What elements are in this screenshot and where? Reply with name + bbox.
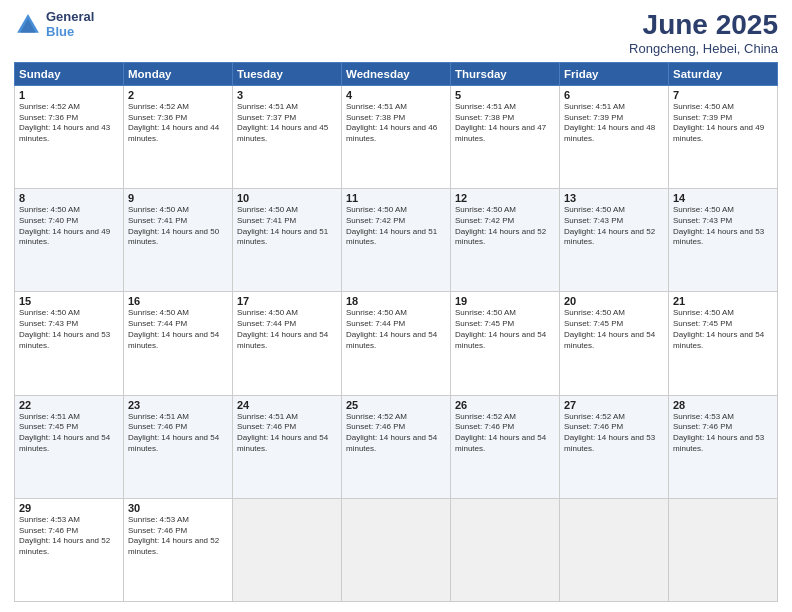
day-number: 27: [564, 399, 664, 411]
calendar-row: 29Sunrise: 4:53 AMSunset: 7:46 PMDayligh…: [15, 498, 778, 601]
day-info: Sunrise: 4:50 AMSunset: 7:39 PMDaylight:…: [673, 102, 773, 145]
day-info: Sunrise: 4:50 AMSunset: 7:40 PMDaylight:…: [19, 205, 119, 248]
day-info: Sunrise: 4:53 AMSunset: 7:46 PMDaylight:…: [128, 515, 228, 558]
col-monday: Monday: [124, 62, 233, 85]
calendar-row: 1Sunrise: 4:52 AMSunset: 7:36 PMDaylight…: [15, 85, 778, 188]
calendar-cell: 20Sunrise: 4:50 AMSunset: 7:45 PMDayligh…: [560, 292, 669, 395]
logo-text: General Blue: [46, 10, 94, 40]
day-info: Sunrise: 4:50 AMSunset: 7:41 PMDaylight:…: [128, 205, 228, 248]
day-number: 9: [128, 192, 228, 204]
calendar-cell: 29Sunrise: 4:53 AMSunset: 7:46 PMDayligh…: [15, 498, 124, 601]
calendar-cell: [233, 498, 342, 601]
day-number: 29: [19, 502, 119, 514]
col-thursday: Thursday: [451, 62, 560, 85]
day-number: 15: [19, 295, 119, 307]
day-number: 22: [19, 399, 119, 411]
calendar-cell: 1Sunrise: 4:52 AMSunset: 7:36 PMDaylight…: [15, 85, 124, 188]
calendar-cell: 24Sunrise: 4:51 AMSunset: 7:46 PMDayligh…: [233, 395, 342, 498]
col-friday: Friday: [560, 62, 669, 85]
calendar-cell: 25Sunrise: 4:52 AMSunset: 7:46 PMDayligh…: [342, 395, 451, 498]
day-info: Sunrise: 4:53 AMSunset: 7:46 PMDaylight:…: [19, 515, 119, 558]
day-number: 2: [128, 89, 228, 101]
day-number: 11: [346, 192, 446, 204]
calendar-table: Sunday Monday Tuesday Wednesday Thursday…: [14, 62, 778, 602]
day-number: 16: [128, 295, 228, 307]
day-info: Sunrise: 4:50 AMSunset: 7:41 PMDaylight:…: [237, 205, 337, 248]
day-number: 20: [564, 295, 664, 307]
day-info: Sunrise: 4:50 AMSunset: 7:45 PMDaylight:…: [455, 308, 555, 351]
day-info: Sunrise: 4:51 AMSunset: 7:46 PMDaylight:…: [128, 412, 228, 455]
day-number: 8: [19, 192, 119, 204]
day-number: 7: [673, 89, 773, 101]
day-number: 23: [128, 399, 228, 411]
calendar-cell: 15Sunrise: 4:50 AMSunset: 7:43 PMDayligh…: [15, 292, 124, 395]
header: General Blue June 2025 Rongcheng, Hebei,…: [14, 10, 778, 56]
day-info: Sunrise: 4:50 AMSunset: 7:44 PMDaylight:…: [128, 308, 228, 351]
day-info: Sunrise: 4:50 AMSunset: 7:45 PMDaylight:…: [564, 308, 664, 351]
day-info: Sunrise: 4:50 AMSunset: 7:44 PMDaylight:…: [237, 308, 337, 351]
calendar-cell: 27Sunrise: 4:52 AMSunset: 7:46 PMDayligh…: [560, 395, 669, 498]
day-number: 14: [673, 192, 773, 204]
calendar-cell: 21Sunrise: 4:50 AMSunset: 7:45 PMDayligh…: [669, 292, 778, 395]
calendar-cell: 12Sunrise: 4:50 AMSunset: 7:42 PMDayligh…: [451, 189, 560, 292]
day-number: 24: [237, 399, 337, 411]
logo-icon: [14, 11, 42, 39]
day-number: 6: [564, 89, 664, 101]
calendar-cell: 13Sunrise: 4:50 AMSunset: 7:43 PMDayligh…: [560, 189, 669, 292]
calendar-cell: 18Sunrise: 4:50 AMSunset: 7:44 PMDayligh…: [342, 292, 451, 395]
day-number: 5: [455, 89, 555, 101]
day-info: Sunrise: 4:52 AMSunset: 7:46 PMDaylight:…: [564, 412, 664, 455]
day-info: Sunrise: 4:50 AMSunset: 7:43 PMDaylight:…: [19, 308, 119, 351]
day-info: Sunrise: 4:50 AMSunset: 7:42 PMDaylight:…: [346, 205, 446, 248]
calendar-cell: [342, 498, 451, 601]
day-number: 13: [564, 192, 664, 204]
day-number: 10: [237, 192, 337, 204]
day-info: Sunrise: 4:51 AMSunset: 7:38 PMDaylight:…: [455, 102, 555, 145]
calendar-cell: 3Sunrise: 4:51 AMSunset: 7:37 PMDaylight…: [233, 85, 342, 188]
calendar-cell: 11Sunrise: 4:50 AMSunset: 7:42 PMDayligh…: [342, 189, 451, 292]
calendar-cell: 28Sunrise: 4:53 AMSunset: 7:46 PMDayligh…: [669, 395, 778, 498]
title-block: June 2025 Rongcheng, Hebei, China: [629, 10, 778, 56]
calendar-body: 1Sunrise: 4:52 AMSunset: 7:36 PMDaylight…: [15, 85, 778, 601]
calendar-header-row: Sunday Monday Tuesday Wednesday Thursday…: [15, 62, 778, 85]
calendar-row: 8Sunrise: 4:50 AMSunset: 7:40 PMDaylight…: [15, 189, 778, 292]
calendar-row: 15Sunrise: 4:50 AMSunset: 7:43 PMDayligh…: [15, 292, 778, 395]
col-sunday: Sunday: [15, 62, 124, 85]
calendar-cell: 19Sunrise: 4:50 AMSunset: 7:45 PMDayligh…: [451, 292, 560, 395]
calendar-cell: 30Sunrise: 4:53 AMSunset: 7:46 PMDayligh…: [124, 498, 233, 601]
day-number: 1: [19, 89, 119, 101]
day-info: Sunrise: 4:51 AMSunset: 7:46 PMDaylight:…: [237, 412, 337, 455]
month-title: June 2025: [629, 10, 778, 41]
calendar-cell: 26Sunrise: 4:52 AMSunset: 7:46 PMDayligh…: [451, 395, 560, 498]
calendar-cell: 9Sunrise: 4:50 AMSunset: 7:41 PMDaylight…: [124, 189, 233, 292]
logo: General Blue: [14, 10, 94, 40]
day-info: Sunrise: 4:51 AMSunset: 7:45 PMDaylight:…: [19, 412, 119, 455]
calendar-cell: [560, 498, 669, 601]
location-subtitle: Rongcheng, Hebei, China: [629, 41, 778, 56]
day-info: Sunrise: 4:52 AMSunset: 7:36 PMDaylight:…: [19, 102, 119, 145]
day-number: 30: [128, 502, 228, 514]
day-info: Sunrise: 4:50 AMSunset: 7:43 PMDaylight:…: [564, 205, 664, 248]
day-info: Sunrise: 4:51 AMSunset: 7:37 PMDaylight:…: [237, 102, 337, 145]
day-number: 21: [673, 295, 773, 307]
day-number: 12: [455, 192, 555, 204]
calendar-cell: 4Sunrise: 4:51 AMSunset: 7:38 PMDaylight…: [342, 85, 451, 188]
calendar-cell: 22Sunrise: 4:51 AMSunset: 7:45 PMDayligh…: [15, 395, 124, 498]
calendar-cell: 7Sunrise: 4:50 AMSunset: 7:39 PMDaylight…: [669, 85, 778, 188]
day-number: 25: [346, 399, 446, 411]
page: General Blue June 2025 Rongcheng, Hebei,…: [0, 0, 792, 612]
calendar-cell: [669, 498, 778, 601]
day-info: Sunrise: 4:53 AMSunset: 7:46 PMDaylight:…: [673, 412, 773, 455]
day-info: Sunrise: 4:50 AMSunset: 7:42 PMDaylight:…: [455, 205, 555, 248]
day-number: 18: [346, 295, 446, 307]
calendar-cell: 8Sunrise: 4:50 AMSunset: 7:40 PMDaylight…: [15, 189, 124, 292]
day-info: Sunrise: 4:50 AMSunset: 7:43 PMDaylight:…: [673, 205, 773, 248]
col-saturday: Saturday: [669, 62, 778, 85]
day-info: Sunrise: 4:52 AMSunset: 7:46 PMDaylight:…: [455, 412, 555, 455]
day-number: 17: [237, 295, 337, 307]
calendar-cell: 23Sunrise: 4:51 AMSunset: 7:46 PMDayligh…: [124, 395, 233, 498]
calendar-cell: 6Sunrise: 4:51 AMSunset: 7:39 PMDaylight…: [560, 85, 669, 188]
day-info: Sunrise: 4:50 AMSunset: 7:44 PMDaylight:…: [346, 308, 446, 351]
day-info: Sunrise: 4:50 AMSunset: 7:45 PMDaylight:…: [673, 308, 773, 351]
day-number: 28: [673, 399, 773, 411]
